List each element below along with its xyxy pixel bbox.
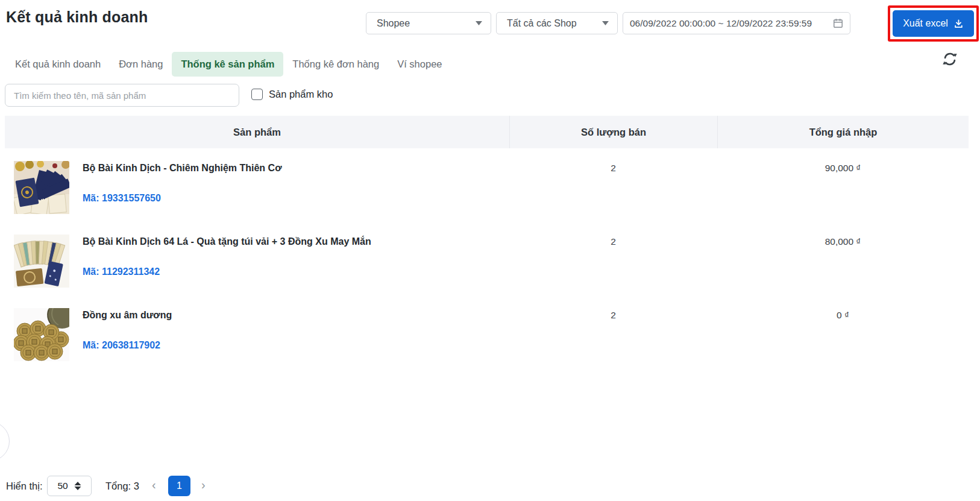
platform-select[interactable]: Shopee <box>366 12 491 34</box>
date-range-value: 06/09/2022 00:00:00 ~ 12/09/2022 23:59:5… <box>630 18 812 29</box>
product-image <box>14 235 69 288</box>
export-excel-label: Xuất excel <box>903 18 948 29</box>
page-size-label: Hiển thị: <box>6 481 43 492</box>
prev-page-button[interactable]: ‹ <box>152 479 156 491</box>
column-header-total: Tổng giá nhập <box>717 116 969 148</box>
table-header: Sản phẩm Số lượng bán Tổng giá nhập <box>5 116 969 148</box>
product-name: Bộ Bài Kinh Dịch - Chiêm Nghiệm Thiên Cơ <box>83 163 282 174</box>
page-size-value: 50 <box>57 481 68 491</box>
product-name: Bộ Bài Kinh Dịch 64 Lá - Quà tặng túi vả… <box>83 236 371 247</box>
floating-widget-partial[interactable] <box>0 421 10 461</box>
next-page-button[interactable]: › <box>201 479 206 491</box>
product-image <box>14 161 69 214</box>
column-header-product: Sản phẩm <box>5 116 509 148</box>
page-title: Kết quả kinh doanh <box>6 8 148 26</box>
product-total: 0 ₫ <box>717 310 969 321</box>
tab-thong-ke-don-hang[interactable]: Thống kê đơn hàng <box>283 52 388 77</box>
refresh-icon[interactable] <box>941 51 958 68</box>
product-qty: 2 <box>509 163 717 174</box>
product-code-link[interactable]: Mã: 19331557650 <box>83 193 161 204</box>
caret-down-icon <box>476 21 482 25</box>
page-size-select[interactable]: 50 <box>47 476 92 496</box>
tab-bar: Kết quả kinh doanh Đơn hàng Thống kê sản… <box>6 52 451 77</box>
caret-down-icon <box>602 21 609 25</box>
column-header-quantity: Số lượng bán <box>509 116 717 148</box>
table-row: Bộ Bài Kinh Dịch - Chiêm Nghiệm Thiên Cơ… <box>5 148 969 222</box>
product-qty: 2 <box>509 236 717 247</box>
page-1-button[interactable]: 1 <box>168 476 190 496</box>
product-code-link[interactable]: Mã: 11292311342 <box>83 266 160 277</box>
shop-select-value: Tất cả các Shop <box>507 18 577 29</box>
warehouse-product-checkbox[interactable] <box>251 89 263 100</box>
date-range-input[interactable]: 06/09/2022 00:00:00 ~ 12/09/2022 23:59:5… <box>623 12 850 34</box>
tab-don-hang[interactable]: Đơn hàng <box>110 52 172 77</box>
download-icon <box>953 19 964 29</box>
business-results-page: Kết quả kinh doanh Shopee Tất cả các Sho… <box>0 0 980 501</box>
platform-select-value: Shopee <box>377 18 410 29</box>
total-count: Tổng: 3 <box>105 481 139 492</box>
product-image <box>14 308 69 361</box>
table-row: Đồng xu âm dương Mã: 20638117902 2 0 ₫ <box>5 295 969 369</box>
export-excel-button[interactable]: Xuất excel <box>893 10 974 37</box>
tab-ket-qua-kinh-doanh[interactable]: Kết quả kinh doanh <box>6 52 110 77</box>
product-qty: 2 <box>509 310 717 321</box>
product-total: 80,000 ₫ <box>717 236 969 247</box>
product-name: Đồng xu âm dương <box>83 310 172 321</box>
annotation-highlight: Xuất excel <box>888 5 979 42</box>
search-input[interactable] <box>5 84 239 107</box>
shop-select[interactable]: Tất cả các Shop <box>496 12 618 34</box>
calendar-icon <box>832 17 844 29</box>
product-code-link[interactable]: Mã: 20638117902 <box>83 340 160 351</box>
table-row: Bộ Bài Kinh Dịch 64 Lá - Quà tặng túi vả… <box>5 222 969 295</box>
tab-thong-ke-san-pham[interactable]: Thống kê sản phẩm <box>172 52 283 77</box>
up-down-arrows-icon <box>74 482 81 490</box>
tab-vi-shopee[interactable]: Ví shopee <box>388 52 451 77</box>
product-total: 90,000 ₫ <box>717 163 969 174</box>
warehouse-product-label: Sản phẩm kho <box>269 89 333 100</box>
